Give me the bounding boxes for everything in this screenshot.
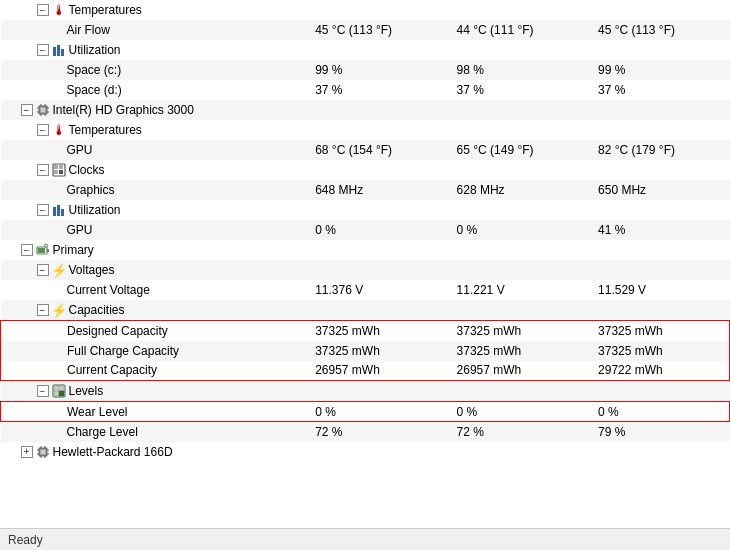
status-bar: Ready [0,528,730,550]
value-cell [588,160,729,180]
node-label: Levels [69,384,104,398]
table-row: −🌡Temperatures [1,120,730,140]
value-cell: 44 °C (111 °F) [447,20,588,40]
collapse-icon[interactable]: − [21,244,33,256]
table-row: Current Voltage11.376 V11.221 V11.529 V [1,280,730,300]
value-cell: 99 % [588,60,729,80]
value-cell: 37325 mWh [588,321,729,341]
value-cell: 72 % [305,422,446,442]
collapse-icon[interactable]: − [21,104,33,116]
collapse-icon[interactable]: − [37,124,49,136]
table-row: − Utilization [1,200,730,220]
value-cell: 37325 mWh [447,321,588,341]
table-row: Full Charge Capacity37325 mWh37325 mWh37… [1,341,730,361]
value-cell: 45 °C (113 °F) [588,20,729,40]
node-label: Full Charge Capacity [67,344,179,358]
value-cell [588,100,729,120]
table-row: Current Capacity26957 mWh26957 mWh29722 … [1,361,730,381]
value-cell: 650 MHz [588,180,729,200]
value-cell: 82 °C (179 °F) [588,140,729,160]
node-label: Temperatures [69,3,142,17]
node-label: Utilization [69,43,121,57]
value-cell [447,160,588,180]
value-cell: 45 °C (113 °F) [305,20,446,40]
value-cell [588,442,729,462]
svg-rect-18 [53,207,56,216]
value-cell: 11.529 V [588,280,729,300]
svg-rect-2 [61,49,64,56]
node-label: Graphics [67,183,115,197]
expand-icon[interactable]: + [21,446,33,458]
svg-rect-33 [40,449,45,454]
table-row: Space (d:)37 %37 %37 % [1,80,730,100]
collapse-icon[interactable]: − [37,164,49,176]
table-row: Space (c:)99 %98 %99 % [1,60,730,80]
svg-rect-28 [54,386,59,391]
table-row: + Hewlett-Packard 166D [1,442,730,462]
value-cell: 11.221 V [447,280,588,300]
svg-rect-0 [53,47,56,56]
value-cell: 11.376 V [305,280,446,300]
node-label: Space (c:) [67,63,122,77]
value-cell [447,200,588,220]
value-cell: 37 % [305,80,446,100]
capacities-icon: ⚡ [51,302,67,318]
collapse-icon[interactable]: − [37,264,49,276]
main-content[interactable]: −🌡TemperaturesAir Flow45 °C (113 °F)44 °… [0,0,730,528]
value-cell: 37 % [447,80,588,100]
value-cell [447,100,588,120]
value-cell: 29722 mWh [588,361,729,381]
value-cell: 99 % [305,60,446,80]
svg-rect-29 [59,386,64,391]
temperature-icon: 🌡 [51,122,67,138]
node-label: Clocks [69,163,105,177]
value-cell [305,0,446,20]
value-cell [447,300,588,321]
node-label: Current Capacity [67,363,157,377]
collapse-icon[interactable]: − [37,4,49,16]
value-cell [588,240,729,260]
value-cell: 98 % [447,60,588,80]
value-cell [588,300,729,321]
tree-table: −🌡TemperaturesAir Flow45 °C (113 °F)44 °… [0,0,730,462]
value-cell [588,200,729,220]
value-cell: 0 % [447,402,588,422]
node-label: Space (d:) [67,83,122,97]
value-cell: 0 % [588,402,729,422]
svg-rect-31 [59,391,64,396]
collapse-icon[interactable]: − [37,204,49,216]
table-row: GPU0 %0 %41 % [1,220,730,240]
value-cell: 0 % [305,220,446,240]
node-label: Air Flow [67,23,110,37]
svg-rect-23 [38,248,45,253]
collapse-icon[interactable]: − [37,44,49,56]
value-cell: 41 % [588,220,729,240]
value-cell [305,240,446,260]
value-cell [305,100,446,120]
node-label: Wear Level [67,405,127,419]
node-label: GPU [67,143,93,157]
value-cell [447,0,588,20]
svg-rect-15 [59,165,63,169]
levels-icon [51,383,67,399]
table-row: − Primary [1,240,730,260]
value-cell: 628 MHz [447,180,588,200]
value-cell: 37325 mWh [588,341,729,361]
collapse-icon[interactable]: − [37,304,49,316]
node-label: Temperatures [69,123,142,137]
svg-rect-20 [61,209,64,216]
temperature-icon: 🌡 [51,2,67,18]
value-cell [305,200,446,220]
value-cell: 68 °C (154 °F) [305,140,446,160]
value-cell: 26957 mWh [447,361,588,381]
clock-icon [51,162,67,178]
table-row: − Utilization [1,40,730,60]
table-row: Air Flow45 °C (113 °F)44 °C (111 °F)45 °… [1,20,730,40]
value-cell [447,442,588,462]
svg-rect-19 [57,205,60,216]
table-row: Wear Level0 %0 %0 % [1,402,730,422]
svg-rect-17 [59,170,63,174]
collapse-icon[interactable]: − [37,385,49,397]
table-row: GPU68 °C (154 °F)65 °C (149 °F)82 °C (17… [1,140,730,160]
table-row: − Clocks [1,160,730,180]
